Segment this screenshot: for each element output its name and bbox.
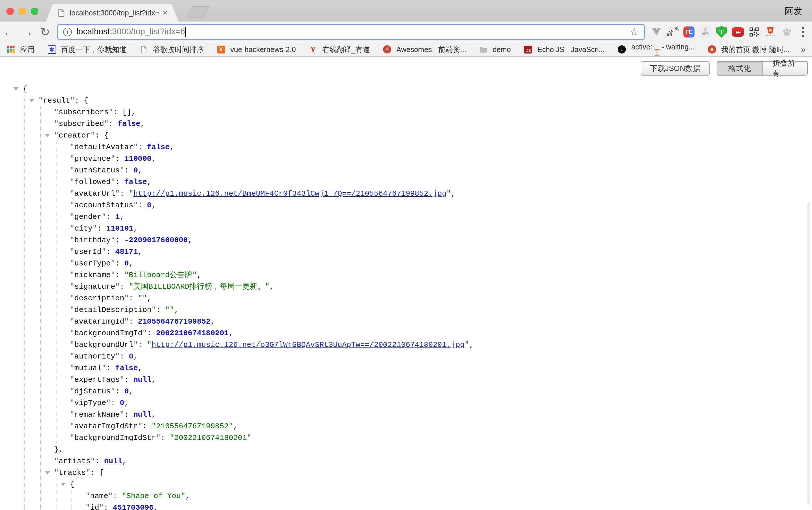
indent-guide	[56, 479, 56, 510]
paw-icon[interactable]	[781, 26, 793, 38]
sitemap-icon[interactable]	[699, 26, 712, 38]
site-info-icon[interactable]: i	[63, 28, 72, 36]
json-line: "userId": 48171,	[70, 246, 143, 258]
json-value: "2002210674180201"	[170, 433, 251, 442]
json-key: backgroundImgId	[75, 329, 143, 337]
page-icon	[57, 8, 66, 17]
bookmark-item[interactable]: ↓active: - waiting...	[616, 43, 695, 56]
json-link[interactable]: http://p1.music.126.net/o3G7lWrGBQAvSRt3…	[151, 340, 465, 349]
json-punctuation: []	[122, 108, 131, 117]
json-punctuation: {	[23, 85, 27, 93]
bookmark-label: 百度一下，你就知道	[61, 45, 126, 54]
json-line: "avatarUrl": "http://p1.music.126.net/Bm…	[70, 188, 456, 200]
bookmarks-bar: 应用百度一下，你就知道谷歌按时间排序Vvue-hackernews-2.0Y在线…	[0, 42, 812, 57]
json-value: 2002210674180201	[156, 329, 229, 337]
collapse-toggle-icon[interactable]	[13, 87, 19, 91]
shield-t-icon[interactable]: T	[716, 26, 728, 38]
tab-close-icon[interactable]: ×	[163, 9, 168, 17]
minimize-window-button[interactable]	[19, 7, 26, 15]
json-key: avatarUrl	[75, 189, 115, 198]
json-value: 0	[124, 259, 129, 268]
json-line: "gender": 1,	[70, 211, 124, 223]
json-line: "nickname": "Billboard公告牌",	[70, 269, 202, 281]
collapse-toggle-icon[interactable]	[45, 471, 50, 475]
back-icon[interactable]: ←	[0, 26, 18, 38]
json-key: avatarImgIdStr	[75, 422, 138, 431]
bookmark-item[interactable]: Y在线翻译_有道	[307, 43, 370, 56]
url-host: localhost	[77, 27, 110, 36]
json-value: "美国BILLBOARD排行榜，每周一更新。"	[129, 282, 270, 291]
translate-icon[interactable]: en⇄英	[667, 26, 679, 38]
bookmark-item[interactable]: 谷歌按时间排序	[138, 43, 204, 56]
bookmark-item[interactable]: 我的首页 微博-随时...	[706, 43, 790, 56]
fastforward-icon[interactable]: ▶▶	[732, 26, 744, 38]
json-value: null	[133, 410, 151, 419]
bookmark-label: 应用	[20, 45, 35, 54]
refresh-icon[interactable]: ↻	[36, 26, 54, 38]
bookmark-item[interactable]: 百度一下，你就知道	[46, 43, 126, 56]
bookmark-item[interactable]: Vvue-hackernews-2.0	[215, 43, 296, 56]
json-value: 0	[120, 399, 124, 408]
json-link[interactable]: http://p1.music.126.net/BmeUMF4Cr0f343lC…	[133, 189, 446, 198]
json-key: remarkName	[75, 410, 120, 419]
json-line: "backgroundImgIdStr": "2002210674180201"	[70, 432, 251, 444]
json-value: 1	[115, 213, 120, 221]
baidu-paw-icon	[46, 43, 58, 56]
json-line: "province": 110000,	[70, 153, 156, 164]
bookmark-item[interactable]: AAwesomes - 前端资...	[381, 43, 466, 56]
json-punctuation: {	[84, 96, 88, 105]
json-key: result	[43, 96, 70, 105]
json-key: expertTags	[75, 376, 120, 384]
youdao-icon: Y	[307, 43, 319, 56]
bookmark-label: Awesomes - 前端资...	[397, 45, 466, 54]
vue-devtools-icon[interactable]	[650, 26, 663, 38]
json-key: artists	[59, 457, 90, 466]
json-value: null	[104, 457, 122, 466]
json-line: "description": "",	[70, 293, 151, 304]
close-window-button[interactable]	[6, 7, 14, 15]
json-line: "birthday": -2209017600000,	[70, 234, 192, 246]
profile-name[interactable]: 阿发	[785, 5, 802, 17]
json-line: "result": {	[38, 95, 88, 107]
bookmark-item[interactable]: JSEcho JS - JavaScri...	[522, 43, 605, 56]
collapse-toggle-icon[interactable]	[45, 134, 50, 137]
address-bar[interactable]: i localhost:3000/top_list?idx=6 ☆	[57, 24, 645, 40]
collapse-toggle-icon[interactable]	[60, 483, 66, 486]
collapse-toggle-icon[interactable]	[29, 99, 34, 102]
fullscreen-window-button[interactable]	[31, 7, 38, 15]
json-value: false	[117, 120, 140, 128]
html5-player-icon[interactable]: 5PLAYER	[764, 26, 777, 38]
json-key: province	[75, 154, 111, 163]
json-key: id	[90, 503, 99, 510]
json-key: djStatus	[75, 387, 111, 396]
bookmark-label: 我的首页 微博-随时...	[721, 45, 790, 54]
json-line: "avatarImgIdStr": "2105564767199852",	[70, 420, 238, 432]
json-line: "accountStatus": 0,	[70, 200, 156, 211]
url-path: :3000/top_list?idx=6	[110, 27, 185, 36]
json-line: {	[70, 479, 75, 490]
bookmarks-overflow-icon[interactable]: »	[801, 44, 806, 54]
bookmark-item[interactable]: 应用	[5, 43, 35, 56]
window-controls	[6, 7, 38, 15]
json-line: "subscribed": false,	[54, 118, 145, 130]
json-line: "creator": {	[54, 130, 109, 141]
new-tab-button[interactable]	[187, 6, 209, 18]
json-value: ""	[165, 306, 174, 314]
json-line: {	[23, 83, 27, 95]
bookmark-item[interactable]: demo	[477, 43, 511, 56]
bookmark-star-icon[interactable]: ☆	[630, 27, 639, 37]
scrollbar-thumb[interactable]	[807, 202, 810, 505]
menu-icon[interactable]	[797, 26, 809, 38]
json-value: "Shape of You"	[122, 492, 185, 501]
page-icon	[138, 43, 150, 56]
browser-tab[interactable]: localhost:3000/top_list?idx=6 ×	[46, 4, 179, 22]
fe-icon[interactable]: FE	[683, 26, 695, 38]
json-line: "followed": false,	[70, 176, 151, 188]
download-circle-icon: ↓	[616, 43, 628, 56]
json-punctuation: {	[70, 480, 75, 489]
hourglass-icon	[655, 50, 660, 56]
forward-icon[interactable]: →	[18, 26, 36, 38]
json-line: "backgroundUrl": "http://p1.music.126.ne…	[70, 339, 474, 351]
qrcode-icon[interactable]	[748, 26, 760, 38]
json-line: "djStatus": 0,	[70, 386, 133, 397]
